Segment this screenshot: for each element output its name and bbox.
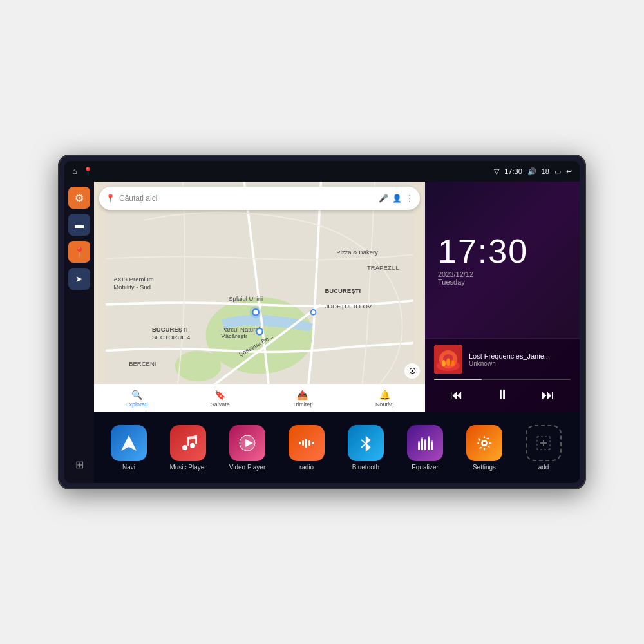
- svg-point-2: [175, 351, 222, 382]
- settings-icon-bg: [466, 425, 502, 461]
- svg-marker-31: [121, 435, 137, 451]
- svg-rect-49: [431, 442, 433, 450]
- svg-rect-40: [312, 442, 314, 444]
- sidebar-maps-btn[interactable]: 📍: [68, 241, 90, 263]
- map-updates-btn[interactable]: 🔔 Noutăți: [375, 390, 394, 408]
- svg-text:BUCUREȘTI: BUCUREȘTI: [325, 287, 361, 294]
- maps-icon: 📍: [74, 247, 85, 257]
- svg-text:JUDEȚUL ILFOV: JUDEȚUL ILFOV: [325, 303, 372, 310]
- prev-btn[interactable]: ⏮: [448, 385, 466, 405]
- settings-label: Settings: [473, 464, 496, 471]
- music-text: Lost Frequencies_Janie... Unknown: [469, 352, 571, 367]
- location-icon[interactable]: 📍: [83, 167, 93, 176]
- svg-rect-50: [418, 441, 420, 442]
- sidebar-navi-btn[interactable]: ➤: [68, 268, 90, 290]
- time-display: 17:30: [504, 167, 522, 175]
- svg-text:BERCENI: BERCENI: [129, 360, 156, 367]
- svg-rect-42: [299, 442, 301, 444]
- svg-point-29: [446, 358, 450, 366]
- signal-icon: ▽: [494, 167, 499, 176]
- top-section: 📍 Căutați aici 🎤 👤 ⋮: [94, 182, 580, 412]
- svg-text:Parcul Natural: Parcul Natural: [221, 326, 260, 333]
- equalizer-label: Equalizer: [412, 464, 439, 471]
- next-btn[interactable]: ⏭: [539, 385, 557, 405]
- svg-point-32: [182, 445, 187, 450]
- equalizer-icon-bg: [407, 425, 443, 461]
- mic-icon[interactable]: 🎤: [379, 194, 388, 203]
- svg-text:TRAPEZUL: TRAPEZUL: [367, 264, 399, 271]
- app-radio[interactable]: radio: [278, 425, 335, 471]
- music-info: Lost Frequencies_Janie... Unknown: [434, 345, 571, 374]
- map-saved-btn[interactable]: 🔖 Salvate: [211, 390, 230, 408]
- svg-rect-51: [421, 437, 423, 439]
- screen: ⌂ 📍 ▽ 17:30 🔊 18 ▭ ↩ ⚙ ▬: [64, 161, 580, 483]
- app-equalizer[interactable]: Equalizer: [397, 425, 453, 471]
- music-progress-fill: [434, 379, 482, 380]
- app-settings[interactable]: Settings: [456, 425, 513, 471]
- svg-text:Văcărești: Văcărești: [221, 332, 247, 339]
- app-bluetooth[interactable]: Bluetooth: [337, 425, 394, 471]
- music-icon-bg: [170, 425, 206, 461]
- svg-point-23: [253, 310, 258, 314]
- saved-label: Salvate: [211, 401, 230, 408]
- compass-icon[interactable]: ⦿: [404, 363, 420, 379]
- map-explore-btn[interactable]: 🔍 Explorați: [126, 390, 148, 408]
- home-icon[interactable]: ⌂: [72, 167, 77, 176]
- volume-icon: 🔊: [527, 167, 536, 176]
- app-video[interactable]: Video Player: [219, 425, 276, 471]
- radio-icon-bg: [289, 425, 325, 461]
- sidebar-grid-btn[interactable]: ⊞: [68, 453, 90, 475]
- radio-label: radio: [299, 464, 314, 471]
- app-music[interactable]: Music Player: [160, 425, 216, 471]
- svg-rect-48: [428, 437, 430, 450]
- center-area: 📍 Căutați aici 🎤 👤 ⋮: [94, 182, 580, 483]
- svg-text:SECTORUL 4: SECTORUL 4: [152, 334, 191, 341]
- saved-icon: 🔖: [214, 390, 225, 400]
- grid-icon: ⊞: [75, 459, 84, 471]
- clock-section: 17:30 2023/12/12 Tuesday: [425, 182, 580, 338]
- share-icon: 📤: [297, 390, 308, 400]
- main-content: ⚙ ▬ 📍 ➤ ⊞: [64, 182, 580, 483]
- video-player-label: Video Player: [229, 464, 266, 471]
- add-icon-bg: [526, 425, 562, 461]
- share-label: Trimiteți: [292, 401, 313, 408]
- google-maps-pin-icon: 📍: [106, 194, 115, 203]
- app-add[interactable]: add: [515, 425, 572, 471]
- clock-date: 2023/12/12 Tuesday: [438, 270, 567, 286]
- sidebar-files-btn[interactable]: ▬: [68, 214, 90, 236]
- svg-text:AXIS Premium: AXIS Premium: [113, 276, 154, 283]
- search-placeholder: Căutați aici: [119, 194, 375, 203]
- account-icon[interactable]: 👤: [392, 194, 402, 203]
- svg-point-19: [312, 310, 316, 314]
- files-icon: ▬: [75, 220, 84, 230]
- svg-text:Splaiul Unirii: Splaiul Unirii: [229, 295, 263, 302]
- svg-rect-38: [305, 439, 307, 448]
- navi-icon: ➤: [75, 274, 83, 284]
- music-section: Lost Frequencies_Janie... Unknown ⏮ ⏸ ⏭: [425, 338, 580, 412]
- map-container: BUCUREȘTI JUDEȚUL ILFOV BUCUREȘTI SECTOR…: [94, 182, 425, 412]
- album-art: [434, 345, 462, 374]
- device-frame: ⌂ 📍 ▽ 17:30 🔊 18 ▭ ↩ ⚙ ▬: [58, 155, 586, 489]
- svg-text:BUCUREȘTI: BUCUREȘTI: [152, 326, 188, 333]
- map-panel[interactable]: 📍 Căutați aici 🎤 👤 ⋮: [94, 182, 425, 412]
- svg-rect-41: [302, 440, 304, 446]
- svg-point-30: [451, 360, 455, 366]
- map-bottom-bar: 🔍 Explorați 🔖 Salvate 📤 Trimiteți: [94, 384, 425, 412]
- map-search-bar[interactable]: 📍 Căutați aici 🎤 👤 ⋮: [99, 187, 420, 210]
- map-share-btn[interactable]: 📤 Trimiteți: [292, 390, 313, 408]
- svg-rect-53: [428, 436, 430, 437]
- app-navi[interactable]: Navi: [100, 425, 157, 471]
- sidebar-settings-btn[interactable]: ⚙: [68, 187, 90, 209]
- explore-icon: 🔍: [131, 390, 142, 400]
- app-grid-section: Navi Music Player: [94, 412, 580, 483]
- settings-icon: ⚙: [75, 192, 84, 204]
- pause-btn[interactable]: ⏸: [493, 384, 512, 406]
- svg-rect-54: [431, 440, 433, 442]
- battery-icon: ▭: [554, 167, 561, 176]
- updates-icon: 🔔: [379, 390, 390, 400]
- status-right-info: ▽ 17:30 🔊 18 ▭ ↩: [494, 167, 572, 176]
- add-label: add: [538, 464, 549, 471]
- navi-icon-bg: [111, 425, 147, 461]
- back-icon[interactable]: ↩: [566, 167, 572, 176]
- settings-dots-icon[interactable]: ⋮: [406, 194, 413, 203]
